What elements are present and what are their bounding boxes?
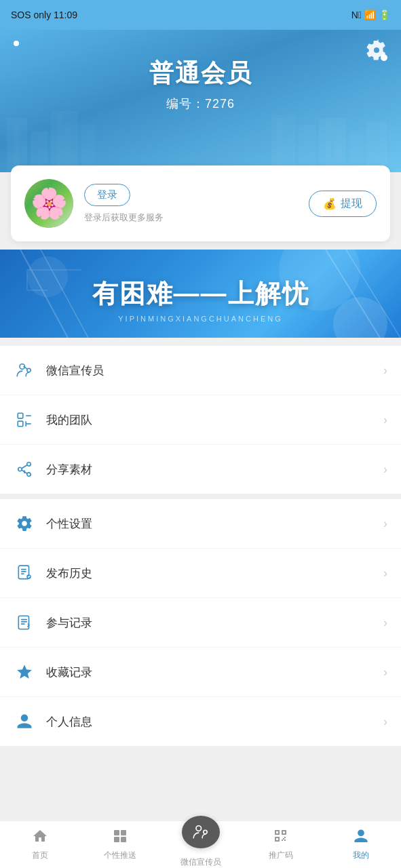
menu-group-2: 个性设置 › 发布历史 › <box>0 499 401 746</box>
personal-info-icon <box>14 711 35 732</box>
wechat-promoter-label: 微信宣传员 <box>46 363 383 378</box>
nav-mine-label: 我的 <box>353 850 369 861</box>
banner[interactable]: 有困难——上解忧 YIPINMINGXIANGCHUANCHENG <box>0 250 401 338</box>
svg-rect-5 <box>64 121 70 172</box>
participate-records-arrow: › <box>383 616 387 630</box>
personalized-icon <box>112 828 128 847</box>
status-left-text: SOS only 11:09 <box>11 9 77 20</box>
settings-gear-button[interactable] <box>363 37 390 64</box>
menu-item-wechat-promoter[interactable]: 微信宣传员 › <box>0 346 401 395</box>
hero-section: 普通会员 编号：7276 <box>0 30 401 172</box>
withdraw-label: 提现 <box>341 197 362 211</box>
my-team-arrow: › <box>383 413 387 427</box>
bottom-nav: 首页 个性推送 微信宣传员 <box>0 821 401 868</box>
svg-rect-25 <box>18 421 23 427</box>
svg-rect-24 <box>18 413 23 418</box>
share-material-label: 分享素材 <box>46 462 383 477</box>
wechat-promoter-arrow: › <box>383 363 387 378</box>
personal-settings-icon <box>14 513 35 534</box>
nav-center-button[interactable] <box>182 816 220 848</box>
my-team-icon <box>14 409 35 431</box>
personal-info-arrow: › <box>383 715 387 729</box>
banner-main-text: 有困难——上解忧 <box>92 277 309 311</box>
personal-settings-label: 个性设置 <box>46 516 383 532</box>
favorites-label: 收藏记录 <box>46 665 383 680</box>
share-material-icon <box>14 458 35 480</box>
nav-item-mine[interactable]: 我的 <box>321 821 401 868</box>
signal-icon: 📶 <box>364 9 376 20</box>
nav-item-qrcode[interactable]: 推广码 <box>241 821 321 868</box>
menu-item-share-material[interactable]: 分享素材 › <box>0 445 401 494</box>
personal-info-label: 个人信息 <box>46 714 383 730</box>
nav-item-home[interactable]: 首页 <box>0 821 80 868</box>
svg-rect-7 <box>271 115 295 172</box>
my-team-label: 我的团队 <box>46 412 383 428</box>
nav-wechat-promoter-label: 微信宣传员 <box>180 856 221 868</box>
nav-qrcode-label: 推广码 <box>269 850 293 861</box>
share-material-arrow: › <box>383 462 387 477</box>
svg-line-18 <box>346 250 400 338</box>
nav-item-wechat-promoter-center[interactable]: 微信宣传员 <box>160 821 240 868</box>
nav-item-personalized[interactable]: 个性推送 <box>80 821 160 868</box>
qrcode-icon <box>273 828 289 847</box>
participate-records-icon <box>14 612 35 633</box>
withdraw-button[interactable]: 💰 提现 <box>309 191 377 217</box>
gear-badge <box>381 54 387 61</box>
publish-history-icon <box>14 562 35 584</box>
svg-rect-10 <box>319 118 346 172</box>
svg-point-23 <box>27 368 31 372</box>
menu-item-participate-records[interactable]: 参与记录 › <box>0 598 401 648</box>
avatar <box>24 179 73 228</box>
menu-group-1: 微信宣传员 › 我的团队 › <box>0 346 401 494</box>
menu-item-favorites[interactable]: 收藏记录 › <box>0 648 401 697</box>
battery-icon: 🔋 <box>379 9 390 20</box>
svg-point-42 <box>203 830 206 833</box>
menu-item-personal-info[interactable]: 个人信息 › <box>0 697 401 746</box>
svg-point-29 <box>27 462 31 466</box>
svg-rect-39 <box>114 837 119 842</box>
avatar-image <box>24 179 73 228</box>
svg-rect-8 <box>277 118 282 172</box>
hero-bg <box>0 104 401 172</box>
login-button[interactable]: 登录 <box>84 184 130 206</box>
svg-point-41 <box>195 826 201 831</box>
svg-line-32 <box>22 465 27 469</box>
svg-line-16 <box>41 250 88 338</box>
money-icon: 💰 <box>323 197 337 210</box>
svg-line-17 <box>326 250 380 338</box>
svg-rect-40 <box>121 837 126 842</box>
svg-rect-11 <box>326 121 331 172</box>
svg-line-15 <box>20 250 68 338</box>
content-area: 登录 登录后获取更多服务 💰 提现 有困难——上解忧 YIPINMINGXIAN… <box>0 165 401 806</box>
personal-settings-arrow: › <box>383 517 387 531</box>
mine-icon <box>353 828 369 847</box>
participate-records-label: 参与记录 <box>46 615 383 631</box>
svg-rect-14 <box>366 121 387 172</box>
hero-title: 普通会员 <box>0 57 401 90</box>
nfc-icon: N⃝ <box>351 9 362 20</box>
dot-indicator <box>14 41 19 46</box>
profile-info: 登录 登录后获取更多服务 <box>84 184 298 224</box>
svg-rect-37 <box>114 830 119 835</box>
wechat-promoter-icon <box>14 359 35 381</box>
favorites-arrow: › <box>383 665 387 679</box>
status-icons: N⃝ 📶 🔋 <box>351 9 390 20</box>
nav-personalized-label: 个性推送 <box>104 850 136 861</box>
svg-point-31 <box>27 473 31 476</box>
svg-rect-36 <box>18 616 28 629</box>
home-icon <box>32 828 48 847</box>
menu-item-publish-history[interactable]: 发布历史 › <box>0 549 401 598</box>
profile-desc: 登录后获取更多服务 <box>84 212 298 224</box>
nav-home-label: 首页 <box>32 850 48 861</box>
publish-history-label: 发布历史 <box>46 566 383 581</box>
svg-point-30 <box>18 467 22 471</box>
status-bar: SOS only 11:09 N⃝ 📶 🔋 <box>0 0 401 30</box>
menu-item-personal-settings[interactable]: 个性设置 › <box>0 499 401 549</box>
svg-rect-38 <box>121 830 126 835</box>
publish-history-arrow: › <box>383 566 387 580</box>
svg-rect-4 <box>58 115 63 172</box>
favorites-icon <box>14 661 35 683</box>
profile-card: 登录 登录后获取更多服务 💰 提现 <box>11 165 390 241</box>
banner-sub-text: YIPINMINGXIANGCHUANCHENG <box>118 315 283 323</box>
menu-item-my-team[interactable]: 我的团队 › <box>0 395 401 445</box>
